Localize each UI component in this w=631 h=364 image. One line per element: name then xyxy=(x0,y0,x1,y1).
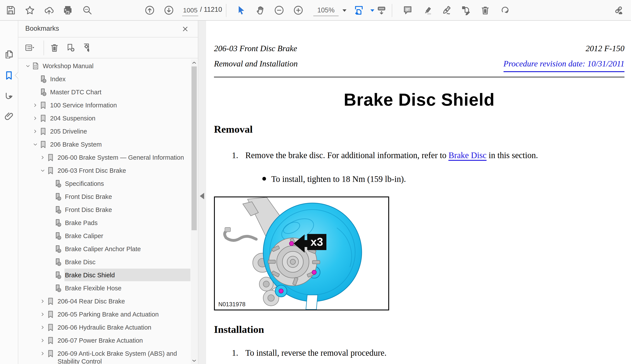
bookmark-label[interactable]: Index xyxy=(50,72,190,85)
bookmark-label[interactable]: 206-00 Brake System — General Informatio… xyxy=(57,151,190,164)
bookmark-tree-item[interactable]: Brake Disc Shield xyxy=(18,268,190,282)
bookmark-tree-item[interactable]: Brake Disc xyxy=(18,256,190,268)
chevron-collapsed-icon[interactable] xyxy=(39,151,47,164)
page-scrolling-button[interactable] xyxy=(375,4,388,16)
chevron-collapsed-icon[interactable] xyxy=(39,308,47,321)
sign-button[interactable] xyxy=(440,4,453,16)
zoom-dropdown-caret[interactable] xyxy=(342,9,346,13)
document-pane[interactable]: 206-03 Front Disc Brake 2012 F-150 Remov… xyxy=(206,21,631,364)
page-thumbnails-button[interactable] xyxy=(2,48,15,61)
print-button[interactable] xyxy=(62,4,74,16)
bookmark-tree-item[interactable]: Brake Flexible Hose xyxy=(18,282,190,295)
bookmark-label[interactable]: 206-07 Power Brake Actuation xyxy=(57,334,190,346)
redo-button[interactable] xyxy=(498,4,511,16)
bookmark-tree-item[interactable]: Brake Caliper Anchor Plate xyxy=(18,242,190,256)
bookmark-label[interactable]: Brake Caliper Anchor Plate xyxy=(64,242,190,255)
scrollbar-thumb[interactable] xyxy=(192,66,197,230)
bookmark-tree-item[interactable]: 206-03 Front Disc Brake xyxy=(18,164,190,177)
chevron-collapsed-icon[interactable] xyxy=(32,99,39,112)
next-page-button[interactable] xyxy=(162,4,175,16)
previous-page-button[interactable] xyxy=(143,4,156,16)
bookmark-label[interactable]: 206-05 Parking Brake and Actuation xyxy=(57,308,190,320)
comment-button[interactable] xyxy=(401,4,414,16)
search-button[interactable] xyxy=(81,4,94,16)
bookmark-options-button[interactable] xyxy=(24,42,36,54)
save-button[interactable] xyxy=(4,4,17,16)
bookmark-tree-item[interactable]: 206-04 Rear Disc Brake xyxy=(18,295,190,308)
bookmark-tree-item[interactable]: 206-06 Hydraulic Brake Actuation xyxy=(18,321,190,334)
fit-width-dropdown-caret[interactable] xyxy=(370,9,374,13)
bookmark-label[interactable]: Specifications xyxy=(64,177,190,190)
page-number-input[interactable] xyxy=(182,5,198,16)
share-link-button[interactable] xyxy=(612,4,625,16)
chevron-collapsed-icon[interactable] xyxy=(39,334,47,347)
bookmark-label[interactable]: 206-03 Front Disc Brake xyxy=(57,164,190,177)
bookmark-label[interactable]: Brake Disc xyxy=(64,256,190,268)
bookmarks-panel-button[interactable] xyxy=(2,69,15,82)
bookmark-tree-item[interactable]: Front Disc Brake xyxy=(18,190,190,203)
star-button[interactable] xyxy=(24,4,36,16)
chevron-collapsed-icon[interactable] xyxy=(39,347,47,360)
bookmark-label[interactable]: Workshop Manual xyxy=(42,60,190,72)
chevron-collapsed-icon[interactable] xyxy=(32,125,39,138)
bookmark-label[interactable]: 206 Brake System xyxy=(50,138,190,150)
bookmark-icon xyxy=(39,112,50,125)
bookmark-label[interactable]: Brake Flexible Hose xyxy=(64,282,190,294)
brake-disc-link[interactable]: Brake Disc xyxy=(448,150,486,161)
bookmark-label[interactable]: Brake Pads xyxy=(64,216,190,229)
bookmark-label[interactable]: Brake Disc Shield xyxy=(64,268,190,281)
zoom-out-button[interactable] xyxy=(273,4,286,16)
destinations-button[interactable] xyxy=(2,90,15,102)
bookmark-label[interactable]: 204 Suspension xyxy=(50,112,190,124)
bookmark-label[interactable]: 206-04 Rear Disc Brake xyxy=(57,295,190,307)
bookmark-label[interactable]: 206-09 Anti-Lock Brake System (ABS) and … xyxy=(57,347,190,364)
attachments-button[interactable] xyxy=(2,110,15,123)
add-bookmark-button[interactable] xyxy=(64,42,77,54)
organize-pages-button[interactable] xyxy=(460,4,472,16)
chevron-expanded-icon[interactable] xyxy=(32,138,39,151)
delete-pages-button[interactable] xyxy=(479,4,492,16)
chevron-expanded-icon[interactable] xyxy=(24,60,32,72)
chevron-collapsed-icon[interactable] xyxy=(39,321,47,334)
zoom-level-display[interactable]: 105% xyxy=(313,5,338,16)
goto-current-bookmark-button[interactable] xyxy=(80,42,93,54)
close-panel-button[interactable] xyxy=(181,24,190,33)
scroll-up-arrow[interactable] xyxy=(192,60,196,65)
bookmark-tree-item[interactable]: 206-09 Anti-Lock Brake System (ABS) and … xyxy=(18,347,190,364)
chevron-collapsed-icon[interactable] xyxy=(39,295,47,308)
chevron-collapsed-icon[interactable] xyxy=(32,112,39,125)
zoom-in-button[interactable] xyxy=(292,4,304,16)
bookmark-tree-item[interactable]: Brake Pads xyxy=(18,216,190,230)
bookmark-tree-item[interactable]: 206-05 Parking Brake and Actuation xyxy=(18,308,190,321)
select-tool-button[interactable] xyxy=(235,4,248,16)
chevron-expanded-icon[interactable] xyxy=(39,164,47,177)
fit-width-button[interactable] xyxy=(352,4,365,16)
bookmark-tree-item[interactable]: 100 Service Information xyxy=(18,99,190,112)
bookmarks-scrollbar[interactable] xyxy=(191,60,198,364)
bookmark-tree-item[interactable]: Master DTC Chart xyxy=(18,86,190,99)
highlight-button[interactable] xyxy=(421,4,434,16)
scroll-down-arrow[interactable] xyxy=(192,358,196,363)
bookmark-label[interactable]: 205 Driveline xyxy=(50,125,190,138)
bookmark-tree-item[interactable]: 206-00 Brake System — General Informatio… xyxy=(18,151,190,164)
bookmark-tree-item[interactable]: 204 Suspension xyxy=(18,112,190,125)
collapse-panel-arrow[interactable] xyxy=(200,193,204,199)
bookmark-tree-item[interactable]: Front Disc Brake xyxy=(18,203,190,216)
delete-bookmark-button[interactable] xyxy=(48,42,60,54)
bookmark-tree-item[interactable]: Brake Caliper xyxy=(18,230,190,242)
bookmark-label[interactable]: 206-06 Hydraulic Brake Actuation xyxy=(57,321,190,334)
bookmark-tree-item[interactable]: 206 Brake System xyxy=(18,138,190,151)
bookmark-tree-item[interactable]: 205 Driveline xyxy=(18,125,190,138)
bookmark-label[interactable]: Front Disc Brake xyxy=(64,190,190,203)
bookmark-label[interactable]: 100 Service Information xyxy=(50,99,190,111)
bookmark-label[interactable]: Master DTC Chart xyxy=(50,86,190,98)
hand-tool-button[interactable] xyxy=(254,4,267,16)
bookmark-tree-item[interactable]: Workshop Manual xyxy=(18,60,190,72)
bookmark-tree-item[interactable]: 206-07 Power Brake Actuation xyxy=(18,334,190,347)
bookmark-label[interactable]: Front Disc Brake xyxy=(64,203,190,216)
cloud-upload-button[interactable] xyxy=(43,4,55,16)
bookmark-tree-item[interactable]: Specifications xyxy=(18,177,190,190)
bookmark-tree-item[interactable]: Index xyxy=(18,72,190,86)
bookmark-label[interactable]: Brake Caliper xyxy=(64,230,190,242)
revision-date-link[interactable]: Procedure revision date: 10/31/2011 xyxy=(504,56,624,72)
